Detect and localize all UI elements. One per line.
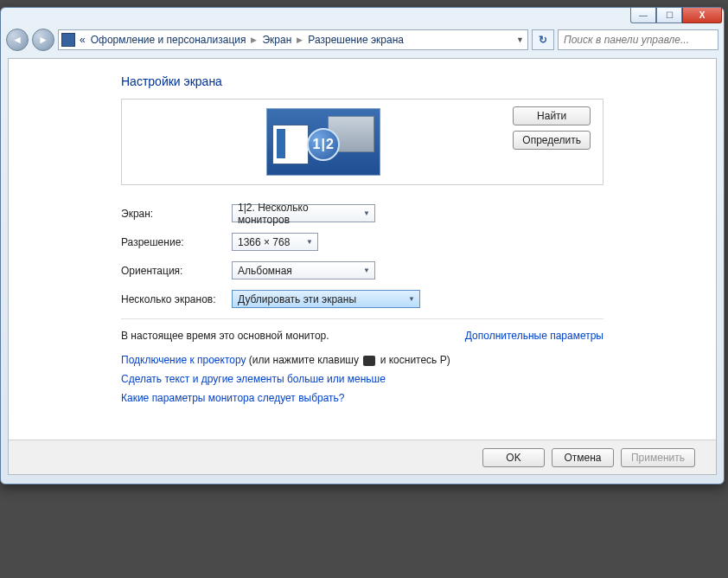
cancel-button[interactable]: Отмена bbox=[552, 448, 614, 467]
detect-button[interactable]: Найти bbox=[513, 106, 591, 125]
control-panel-icon bbox=[62, 34, 74, 46]
monitor-arrangement[interactable]: 1|2 bbox=[266, 108, 380, 176]
connect-projector-link[interactable]: Подключение к проектору bbox=[121, 354, 246, 366]
ok-button[interactable]: OK bbox=[482, 448, 545, 467]
divider bbox=[121, 318, 603, 319]
breadcrumb-item[interactable]: Оформление и персонализация bbox=[91, 34, 246, 46]
windows-key-icon bbox=[363, 356, 375, 366]
content: Настройки экрана 1|2 Найти Определить Эк… bbox=[9, 59, 716, 420]
navbar: ◄ ► « Оформление и персонализация ▶ Экра… bbox=[6, 25, 718, 55]
nav-back-button[interactable]: ◄ bbox=[6, 29, 29, 51]
multiple-displays-select[interactable]: Дублировать эти экраны bbox=[232, 290, 420, 308]
search-input[interactable]: Поиск в панели управле... bbox=[558, 29, 718, 50]
projector-text-a: (или нажмите клавишу bbox=[246, 354, 362, 366]
minimize-button[interactable]: — bbox=[630, 8, 656, 23]
text-size-link[interactable]: Сделать текст и другие элементы больше и… bbox=[121, 373, 386, 385]
display-select[interactable]: 1|2. Несколько мониторов bbox=[232, 204, 375, 222]
apply-button[interactable]: Применить bbox=[621, 448, 695, 467]
monitor-1-icon bbox=[272, 125, 309, 164]
page-title: Настройки экрана bbox=[121, 74, 603, 88]
preview-side-buttons: Найти Определить bbox=[513, 106, 591, 150]
main-monitor-status: В настоящее время это основной монитор. bbox=[121, 330, 329, 342]
refresh-button[interactable]: ↻ bbox=[532, 29, 554, 50]
orientation-label: Ориентация: bbox=[121, 265, 232, 277]
display-label: Экран: bbox=[121, 208, 232, 220]
advanced-settings-link[interactable]: Дополнительные параметры bbox=[465, 330, 603, 342]
display-preview[interactable]: 1|2 bbox=[134, 108, 513, 176]
nav-forward-button[interactable]: ► bbox=[32, 29, 54, 51]
breadcrumb-separator: ▶ bbox=[297, 35, 303, 44]
multiple-displays-label: Несколько экранов: bbox=[121, 293, 232, 305]
breadcrumb-separator: ▶ bbox=[251, 35, 257, 44]
monitor-help-link[interactable]: Какие параметры монитора следует выбрать… bbox=[121, 392, 345, 404]
identify-button[interactable]: Определить bbox=[513, 131, 591, 150]
maximize-button[interactable]: ☐ bbox=[656, 8, 682, 23]
projector-line: Подключение к проектору (или нажмите кла… bbox=[121, 354, 603, 366]
status-row: В настоящее время это основной монитор. … bbox=[121, 330, 603, 342]
projector-text-b: и коснитесь P) bbox=[377, 354, 450, 366]
breadcrumb-item[interactable]: Разрешение экрана bbox=[308, 34, 404, 46]
breadcrumb-chevron: « bbox=[80, 34, 86, 46]
display-settings-form: Экран: 1|2. Несколько мониторов Разрешен… bbox=[121, 204, 603, 308]
window-controls: — ☐ X bbox=[630, 8, 722, 23]
address-bar[interactable]: « Оформление и персонализация ▶ Экран ▶ … bbox=[58, 29, 528, 50]
client-area: Настройки экрана 1|2 Найти Определить Эк… bbox=[8, 58, 717, 475]
resolution-select[interactable]: 1366 × 768 bbox=[232, 233, 318, 251]
address-dropdown[interactable]: ▼ bbox=[516, 35, 524, 44]
orientation-select[interactable]: Альбомная bbox=[232, 261, 375, 279]
breadcrumb-item[interactable]: Экран bbox=[262, 34, 291, 46]
resolution-label: Разрешение: bbox=[121, 236, 232, 248]
close-button[interactable]: X bbox=[682, 8, 722, 23]
monitor-number-badge: 1|2 bbox=[307, 128, 340, 161]
control-panel-window: — ☐ X ◄ ► « Оформление и персонализация … bbox=[0, 7, 725, 485]
titlebar: — ☐ X bbox=[1, 8, 724, 25]
dialog-footer: OK Отмена Применить bbox=[9, 440, 716, 474]
display-preview-panel: 1|2 Найти Определить bbox=[121, 99, 603, 185]
